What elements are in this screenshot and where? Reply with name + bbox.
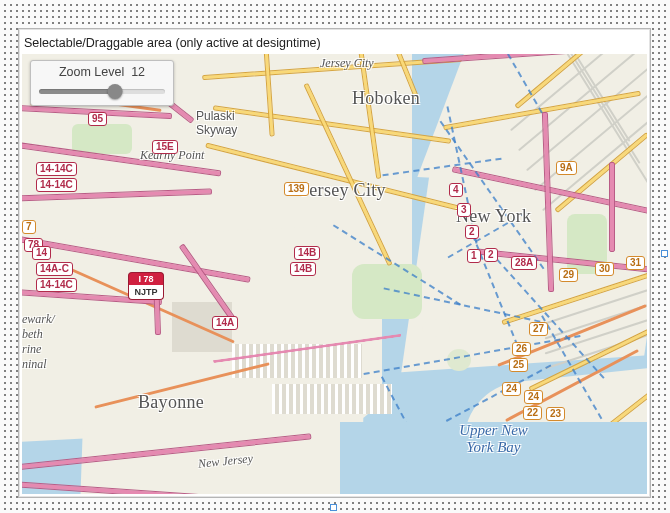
label-pulaski-skyway: Pulaski Skyway bbox=[196, 109, 237, 137]
designtime-area-label: Selectable/Draggable area (only active a… bbox=[24, 36, 321, 50]
label-hoboken: Hoboken bbox=[352, 88, 420, 109]
zoom-level-panel: Zoom Level 12 bbox=[30, 60, 174, 106]
selection-handle-right[interactable] bbox=[661, 250, 668, 257]
island-liberty bbox=[447, 349, 471, 371]
shield-3: 3 bbox=[457, 203, 471, 217]
shield-15e: 15E bbox=[152, 140, 178, 154]
selection-handle-bottom[interactable] bbox=[330, 504, 337, 511]
shield-i78-njtp: I 78 NJTP bbox=[128, 272, 164, 302]
shield-24: 24 bbox=[524, 390, 543, 404]
shield-27: 27 bbox=[529, 322, 548, 336]
pier-block bbox=[272, 384, 392, 414]
shield-24: 24 bbox=[502, 382, 521, 396]
designer-surface: Selectable/Draggable area (only active a… bbox=[0, 0, 670, 513]
map-viewport[interactable]: Jersey City Hoboken Pulaski Skyway Kearn… bbox=[22, 54, 647, 494]
shield-30: 30 bbox=[595, 262, 614, 276]
shield-31: 31 bbox=[626, 256, 645, 270]
slider-track bbox=[39, 89, 165, 94]
label-bayonne: Bayonne bbox=[138, 392, 204, 413]
shield-22: 22 bbox=[523, 406, 542, 420]
park bbox=[72, 124, 132, 154]
shield-26: 26 bbox=[512, 342, 531, 356]
shield-i95: 95 bbox=[88, 112, 107, 126]
label-jersey-city-small: Jersey City bbox=[320, 56, 374, 71]
shield-23: 23 bbox=[546, 407, 565, 421]
zoom-level-value: 12 bbox=[131, 65, 145, 79]
shield-2: 2 bbox=[465, 225, 479, 239]
shield-28a: 28A bbox=[511, 256, 537, 270]
shield-25: 25 bbox=[509, 358, 528, 372]
slider-thumb[interactable] bbox=[107, 84, 122, 99]
highway bbox=[609, 162, 615, 252]
label-jersey-city: Jersey City bbox=[302, 180, 386, 201]
shield-9a: 9A bbox=[556, 161, 577, 175]
zoom-level-slider[interactable] bbox=[39, 83, 165, 99]
shield-2: 2 bbox=[484, 248, 498, 262]
shield-139: 139 bbox=[284, 182, 309, 196]
island-ellis bbox=[422, 319, 450, 337]
zoom-level-label: Zoom Level 12 bbox=[39, 65, 165, 79]
shield-1: 1 bbox=[467, 249, 481, 263]
zoom-label-text: Zoom Level bbox=[59, 65, 124, 79]
shield-29: 29 bbox=[559, 268, 578, 282]
shield-14b: 14B bbox=[290, 262, 316, 276]
shield-14a: 14A bbox=[212, 316, 238, 330]
shield-14a-c: 14A-C bbox=[36, 262, 73, 276]
shield-i78-top: I 78 bbox=[128, 272, 164, 285]
label-newark-truncated: ewark/ beth rine ninal bbox=[22, 312, 55, 372]
shield-14-14c: 14-14C bbox=[36, 162, 77, 176]
shield-i78-bot: NJTP bbox=[128, 285, 164, 300]
shield-nj7: 7 bbox=[22, 220, 36, 234]
label-upper-ny-bay: Upper New York Bay bbox=[340, 422, 647, 494]
shield-14: 14 bbox=[32, 246, 51, 260]
shield-14-14c: 14-14C bbox=[36, 178, 77, 192]
shield-4: 4 bbox=[449, 183, 463, 197]
shield-14-14c: 14-14C bbox=[36, 278, 77, 292]
shield-14b: 14B bbox=[294, 246, 320, 260]
